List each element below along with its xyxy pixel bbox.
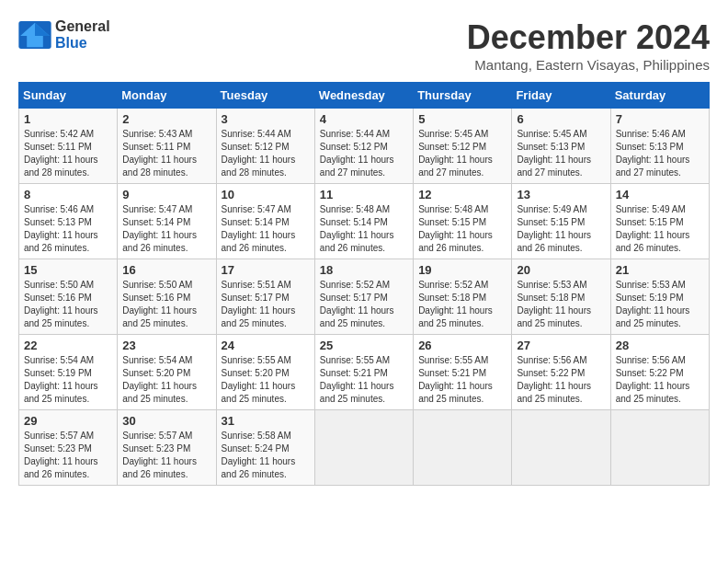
day-info: Sunrise: 5:52 AM Sunset: 5:17 PM Dayligh…	[320, 279, 408, 330]
day-info: Sunrise: 5:42 AM Sunset: 5:11 PM Dayligh…	[24, 128, 112, 179]
day-number: 26	[418, 339, 506, 352]
table-row: 2Sunrise: 5:43 AM Sunset: 5:11 PM Daylig…	[118, 109, 216, 184]
table-row: 8Sunrise: 5:46 AM Sunset: 5:13 PM Daylig…	[19, 184, 118, 259]
day-number: 6	[517, 112, 605, 126]
day-info: Sunrise: 5:58 AM Sunset: 5:24 PM Dayligh…	[222, 430, 310, 481]
table-row: 12Sunrise: 5:48 AM Sunset: 5:15 PM Dayli…	[414, 184, 512, 259]
day-number: 21	[616, 263, 704, 277]
table-row: 14Sunrise: 5:49 AM Sunset: 5:15 PM Dayli…	[610, 184, 709, 259]
table-row: 10Sunrise: 5:47 AM Sunset: 5:14 PM Dayli…	[216, 184, 314, 259]
day-info: Sunrise: 5:56 AM Sunset: 5:22 PM Dayligh…	[616, 354, 704, 406]
table-row: 22Sunrise: 5:54 AM Sunset: 5:19 PM Dayli…	[19, 335, 118, 410]
day-number: 31	[222, 414, 310, 428]
page-header: General Blue December 2024 Mantang, East…	[18, 18, 710, 73]
col-wednesday: Wednesday	[314, 83, 413, 109]
col-monday: Monday	[118, 83, 216, 109]
table-row: 24Sunrise: 5:55 AM Sunset: 5:20 PM Dayli…	[216, 335, 314, 410]
calendar-table: Sunday Monday Tuesday Wednesday Thursday…	[18, 82, 710, 486]
day-info: Sunrise: 5:48 AM Sunset: 5:14 PM Dayligh…	[320, 203, 408, 255]
calendar-week-row: 22Sunrise: 5:54 AM Sunset: 5:19 PM Dayli…	[19, 335, 710, 410]
day-number: 8	[24, 188, 112, 201]
day-number: 4	[320, 112, 408, 126]
calendar-week-row: 8Sunrise: 5:46 AM Sunset: 5:13 PM Daylig…	[19, 184, 710, 259]
day-info: Sunrise: 5:46 AM Sunset: 5:13 PM Dayligh…	[616, 128, 704, 179]
table-row: 5Sunrise: 5:45 AM Sunset: 5:12 PM Daylig…	[414, 109, 512, 184]
day-number: 14	[616, 188, 704, 201]
table-row: 17Sunrise: 5:51 AM Sunset: 5:17 PM Dayli…	[216, 259, 314, 335]
table-row: 29Sunrise: 5:57 AM Sunset: 5:23 PM Dayli…	[19, 410, 118, 486]
day-number: 7	[616, 112, 704, 126]
location-subtitle: Mantang, Eastern Visayas, Philippines	[467, 57, 710, 73]
day-number: 2	[122, 112, 210, 126]
day-info: Sunrise: 5:54 AM Sunset: 5:19 PM Dayligh…	[24, 354, 112, 406]
calendar-week-row: 29Sunrise: 5:57 AM Sunset: 5:23 PM Dayli…	[19, 410, 710, 486]
day-number: 19	[418, 263, 506, 277]
table-row	[512, 410, 610, 486]
day-number: 5	[418, 112, 506, 126]
day-number: 1	[24, 112, 112, 126]
table-row: 1Sunrise: 5:42 AM Sunset: 5:11 PM Daylig…	[19, 109, 118, 184]
day-number: 9	[122, 188, 210, 201]
day-info: Sunrise: 5:44 AM Sunset: 5:12 PM Dayligh…	[320, 128, 408, 179]
day-number: 25	[320, 339, 408, 352]
day-info: Sunrise: 5:50 AM Sunset: 5:16 PM Dayligh…	[122, 279, 210, 330]
day-number: 13	[517, 188, 605, 201]
day-info: Sunrise: 5:46 AM Sunset: 5:13 PM Dayligh…	[24, 203, 112, 255]
col-sunday: Sunday	[19, 83, 118, 109]
day-info: Sunrise: 5:55 AM Sunset: 5:21 PM Dayligh…	[418, 354, 506, 406]
table-row: 6Sunrise: 5:45 AM Sunset: 5:13 PM Daylig…	[512, 109, 610, 184]
day-info: Sunrise: 5:48 AM Sunset: 5:15 PM Dayligh…	[418, 203, 506, 255]
month-year-title: December 2024	[467, 18, 710, 57]
day-number: 30	[122, 414, 210, 428]
day-info: Sunrise: 5:44 AM Sunset: 5:12 PM Dayligh…	[222, 128, 310, 179]
table-row: 21Sunrise: 5:53 AM Sunset: 5:19 PM Dayli…	[610, 259, 709, 335]
table-row: 9Sunrise: 5:47 AM Sunset: 5:14 PM Daylig…	[118, 184, 216, 259]
table-row: 16Sunrise: 5:50 AM Sunset: 5:16 PM Dayli…	[118, 259, 216, 335]
day-number: 18	[320, 263, 408, 277]
table-row: 23Sunrise: 5:54 AM Sunset: 5:20 PM Dayli…	[118, 335, 216, 410]
day-info: Sunrise: 5:45 AM Sunset: 5:13 PM Dayligh…	[517, 128, 605, 179]
day-info: Sunrise: 5:51 AM Sunset: 5:17 PM Dayligh…	[222, 279, 310, 330]
table-row	[610, 410, 709, 486]
day-number: 16	[122, 263, 210, 277]
day-info: Sunrise: 5:57 AM Sunset: 5:23 PM Dayligh…	[122, 430, 210, 481]
day-info: Sunrise: 5:49 AM Sunset: 5:15 PM Dayligh…	[517, 203, 605, 255]
day-number: 10	[222, 188, 310, 201]
calendar-header-row: Sunday Monday Tuesday Wednesday Thursday…	[19, 83, 710, 109]
day-number: 24	[222, 339, 310, 352]
day-number: 11	[320, 188, 408, 201]
day-info: Sunrise: 5:52 AM Sunset: 5:18 PM Dayligh…	[418, 279, 506, 330]
day-number: 20	[517, 263, 605, 277]
day-info: Sunrise: 5:43 AM Sunset: 5:11 PM Dayligh…	[122, 128, 210, 179]
day-info: Sunrise: 5:50 AM Sunset: 5:16 PM Dayligh…	[24, 279, 112, 330]
day-number: 17	[222, 263, 310, 277]
day-number: 22	[24, 339, 112, 352]
table-row: 28Sunrise: 5:56 AM Sunset: 5:22 PM Dayli…	[610, 335, 709, 410]
calendar-week-row: 15Sunrise: 5:50 AM Sunset: 5:16 PM Dayli…	[19, 259, 710, 335]
day-info: Sunrise: 5:57 AM Sunset: 5:23 PM Dayligh…	[24, 430, 112, 481]
table-row: 15Sunrise: 5:50 AM Sunset: 5:16 PM Dayli…	[19, 259, 118, 335]
col-saturday: Saturday	[610, 83, 709, 109]
table-row: 27Sunrise: 5:56 AM Sunset: 5:22 PM Dayli…	[512, 335, 610, 410]
day-info: Sunrise: 5:53 AM Sunset: 5:19 PM Dayligh…	[616, 279, 704, 330]
day-info: Sunrise: 5:55 AM Sunset: 5:20 PM Dayligh…	[222, 354, 310, 406]
day-number: 27	[517, 339, 605, 352]
table-row: 4Sunrise: 5:44 AM Sunset: 5:12 PM Daylig…	[314, 109, 413, 184]
day-info: Sunrise: 5:45 AM Sunset: 5:12 PM Dayligh…	[418, 128, 506, 179]
calendar-week-row: 1Sunrise: 5:42 AM Sunset: 5:11 PM Daylig…	[19, 109, 710, 184]
day-info: Sunrise: 5:55 AM Sunset: 5:21 PM Dayligh…	[320, 354, 408, 406]
col-tuesday: Tuesday	[216, 83, 314, 109]
logo-text: General Blue	[55, 18, 110, 52]
table-row: 3Sunrise: 5:44 AM Sunset: 5:12 PM Daylig…	[216, 109, 314, 184]
table-row: 18Sunrise: 5:52 AM Sunset: 5:17 PM Dayli…	[314, 259, 413, 335]
day-number: 29	[24, 414, 112, 428]
day-number: 3	[222, 112, 310, 126]
table-row: 19Sunrise: 5:52 AM Sunset: 5:18 PM Dayli…	[414, 259, 512, 335]
table-row: 31Sunrise: 5:58 AM Sunset: 5:24 PM Dayli…	[216, 410, 314, 486]
title-block: December 2024 Mantang, Eastern Visayas, …	[467, 18, 710, 73]
logo-icon	[18, 21, 51, 49]
table-row	[414, 410, 512, 486]
table-row: 25Sunrise: 5:55 AM Sunset: 5:21 PM Dayli…	[314, 335, 413, 410]
table-row: 20Sunrise: 5:53 AM Sunset: 5:18 PM Dayli…	[512, 259, 610, 335]
col-friday: Friday	[512, 83, 610, 109]
